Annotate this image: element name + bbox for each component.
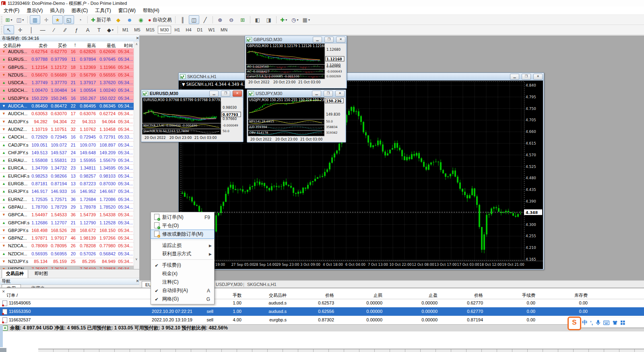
profiles-button[interactable]: ◫▾ [15,15,25,24]
mw-col-spread[interactable]: ! [74,43,76,48]
zoom-in-button[interactable]: ⊕ [215,15,225,24]
label-tool[interactable]: T [94,25,104,34]
ctx-item-2[interactable]: 修改或删除订单(M) [151,230,214,238]
mw-row-AUDUS[interactable]: ▼AUDUS...0.627540.62770160.628260.626060… [0,48,139,56]
trendline-tool[interactable]: ∕ [49,25,59,34]
horizontal-line-tool[interactable]: — [37,25,48,34]
cursor-tool[interactable]: ↖ [4,25,14,34]
terminal-button[interactable]: ◱ [64,15,74,24]
order-row-116553350[interactable]: 1165533502022.10.20 07:22:21sell1.00audu… [0,307,644,316]
ctx-item-7[interactable]: ✔手续费(i) [151,261,214,269]
mw-row-GBPNZ[interactable]: ▼GBPNZ...1.978711.97917461.981391.972660… [0,235,139,242]
data-window-button[interactable]: ✛ [41,15,52,24]
toolbox-grid-icon[interactable] [621,321,625,325]
eurusd-chart[interactable]: MACD(8,17,9) -0.000400 -0.000490Stoch(8,… [141,97,242,141]
usdjpy-chart[interactable]: MFI(14) 28.6915A/D 359394OBV 314178USDJP… [247,97,345,142]
restore-icon[interactable]: ❐ [324,91,333,97]
col-order[interactable]: 订单 / [6,292,18,298]
mw-row-EURCHFs[interactable]: ▲EURCHF.s0.982530.98266130.982570.981030… [0,173,139,180]
mw-row-USDCA[interactable]: ▲USDCA...1.377491.37770211.379171.376200… [0,79,139,87]
col-price[interactable]: 价格 [325,292,334,298]
chart-tab-skgcnh[interactable]: SKGCNH.s,H1 [247,282,277,287]
col-commission[interactable]: 手续费 [522,292,535,298]
mw-row-GBPAU[interactable]: ▲GBPAU...1.787001.78729291.789781.785200… [0,204,139,211]
mw-row-AUDJPYs[interactable]: ▼AUDJPY.s94.28294.3042294.31394.06405:34… [0,118,139,126]
ctx-item-5[interactable]: 获利显示方式▶ [151,250,214,258]
ctx-item-1[interactable]: 平仓(O) [151,222,214,230]
mw-row-EURUS[interactable]: ▲EURUS...0.977880.97799110.978940.976450… [0,56,139,64]
signals-button[interactable]: ◉ [136,15,146,24]
crosshair-tool[interactable]: ✛ [15,25,25,34]
mw-row-EURGB[interactable]: ▲EURGB...0.871810.87194130.872230.870300… [0,180,139,188]
mw-row-NZDCH[interactable]: ▲NZDCH...0.569350.56955200.570260.568420… [0,251,139,258]
order-row-116549065[interactable]: 1165490652022.10.20 07:11.00audusd.s0.62… [0,299,644,308]
mw-col-low[interactable]: 最低 [107,43,116,49]
ctx-item-10[interactable]: ✔自动排列(A)A [151,286,214,295]
punctuation-toggle[interactable]: ’, [590,320,593,326]
mw-row-CADJPYs[interactable]: ▲CADJPY.s109.051109.07221109.070108.8970… [0,142,139,149]
mw-row-GBPUS[interactable]: ▼GBPUS...1.121541.12172181.123691.119660… [0,64,139,72]
mw-row-NZDUS[interactable]: ▼NZDUS...0.566700.56689190.567990.565550… [0,72,139,79]
order-row-116632537[interactable]: 1166325372022.10.20 13:10:19sell4.00eurg… [0,316,644,325]
col-tp[interactable]: 止盈 [429,292,438,298]
chart-window-gbpusd[interactable]: GBPUSD,M30 ▁ ❐ ✕ AO 0.0029560AC -0.00064… [245,35,347,89]
mw-row-EURNZ[interactable]: ▲EURNZ...1.725351.72571361.726841.720860… [0,196,139,204]
mw-row-USDCN[interactable]: ▼USDCN...7.259077.26214...7.264197.23858… [0,266,139,269]
chart-window-eurusd-titlebar[interactable]: EURUSD,M30 ▁ ❐ ✕ [141,90,243,97]
mw-tab-0[interactable]: 交易品种 [2,270,28,278]
line-chart-button[interactable]: ╱ [200,15,211,24]
market-watch-close-icon[interactable]: ✕ [136,36,139,40]
mw-tab-1[interactable]: 即时图 [31,270,52,278]
chart-tab-usdjpy[interactable]: USDJPY,M30 [216,282,242,287]
cascade-windows-button[interactable]: ◨ [264,15,274,24]
navigator-close-icon[interactable]: ✕ [136,279,139,283]
timeframe-d1[interactable]: D1 [195,26,205,34]
timeframe-h4[interactable]: H4 [183,26,194,34]
mw-row-NZDCA[interactable]: ▼NZDCA...0.780690.78095260.782080.779800… [0,242,139,250]
mw-row-EURJPYs[interactable]: ▲EURJPY.s146.917146.93316146.952146.6670… [0,188,139,196]
timeframe-m15[interactable]: M15 [144,26,157,34]
minimize-icon[interactable]: ▁ [209,91,219,97]
periods-button[interactable]: ◷▾ [290,15,300,24]
timeframe-h1[interactable]: H1 [172,26,182,34]
minimize-icon[interactable]: ▁ [312,91,321,97]
restore-icon[interactable]: ❐ [221,91,230,97]
text-tool[interactable]: A [83,25,93,34]
close-icon[interactable]: ✕ [233,91,242,97]
mw-row-CHFJPYs[interactable]: ▲CHFJPY.s149.513149.53724149.648149.2090… [0,149,139,157]
col-sl[interactable]: 止损 [374,292,382,298]
nav-tab-0[interactable]: 常用 [2,284,21,288]
close-icon[interactable]: ✕ [336,37,345,43]
mw-row-GBPJPYs[interactable]: ▼GBPJPY.s168.498168.52628168.672168.1500… [0,227,139,235]
close-icon[interactable]: ✕ [335,91,345,97]
community-button[interactable]: ☻ [124,15,135,24]
mw-row-CADCH[interactable]: ▲CADCH...0.729290.72945160.729450.727910… [0,134,139,141]
gbpusd-chart[interactable]: AO 0.0029560AC -0.0006427Gator(13,8,5) 0… [245,43,346,88]
market-watch-button[interactable]: ▥ [30,15,40,24]
keyboard-icon[interactable] [603,321,609,325]
tile-windows-button[interactable]: ⊞ [237,15,248,24]
indicators-button[interactable]: ✚▾ [279,15,289,24]
mw-row-GBPCA[interactable]: ▼GBPCA...1.544971.54533361.547391.543380… [0,211,139,219]
timeframe-mn[interactable]: MN [218,26,230,34]
ctx-item-8[interactable]: 税金(x) [151,269,214,278]
ctx-item-4[interactable]: 追踪止损▶ [151,241,214,250]
arrange-vertical-button[interactable]: ◧ [252,15,263,24]
mw-row-EURAU[interactable]: ▲EURAU...1.558081.55831231.559551.556790… [0,157,139,165]
nav-tab-1[interactable]: 收藏夹 [27,284,50,288]
col-symbol[interactable]: 交易品种 [269,292,287,298]
ctx-item-11[interactable]: ✔网格(G)G [151,295,214,303]
chart-window-usdjpy[interactable]: USDJPY,M30 ▁ ❐ ✕ MFI(14) 28.6915A/D 3593… [247,89,346,143]
language-toggle[interactable]: 中 [582,319,587,326]
mw-row-EURCA[interactable]: ▲EURCA...1.347091.34732231.348111.345950… [0,165,139,172]
navigator-button[interactable]: ★ [52,15,63,24]
microphone-icon[interactable] [596,320,601,325]
menu-item-6[interactable]: 帮助(H) [139,6,163,15]
timeframe-m30[interactable]: M30 [158,26,171,34]
templates-button[interactable]: ▦▾ [301,15,312,24]
strategy-tester-button[interactable]: ◔ [75,15,85,24]
minimize-icon[interactable]: ▁ [313,37,322,43]
mw-col-ask[interactable]: 买价 [58,43,67,49]
timeframe-m5[interactable]: M5 [132,26,142,34]
minimize-icon[interactable]: ▁ [510,74,519,80]
